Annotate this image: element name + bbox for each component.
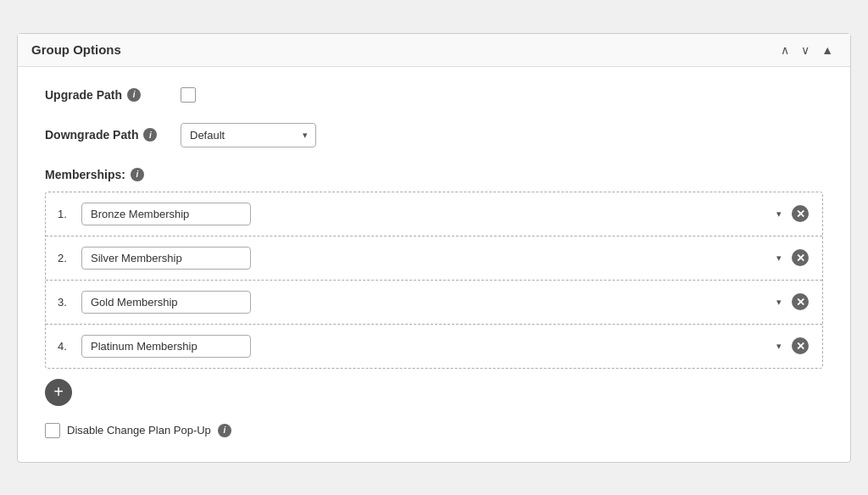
downgrade-path-row: Downgrade Path i Default Custom None ▾ (45, 123, 823, 147)
memberships-info-icon[interactable]: i (131, 168, 144, 181)
memberships-section: Memberships: i 1. Bronze Membership Silv… (45, 168, 823, 406)
membership-select-wrapper: Bronze Membership Silver Membership Gold… (81, 247, 790, 270)
remove-icon: ✕ (792, 293, 809, 310)
chevron-down-button[interactable]: ∨ (798, 42, 813, 58)
memberships-list: 1. Bronze Membership Silver Membership G… (45, 192, 823, 369)
membership-select-2[interactable]: Bronze Membership Silver Membership Gold… (81, 247, 251, 270)
upgrade-path-info-icon[interactable]: i (127, 88, 141, 102)
upgrade-path-checkbox[interactable] (181, 87, 196, 103)
memberships-label: Memberships: i (45, 168, 823, 181)
membership-arrow-icon: ▾ (776, 341, 782, 352)
remove-membership-2-button[interactable]: ✕ (790, 248, 810, 268)
panel-header: Group Options ∧ ∨ ▲ (18, 34, 850, 67)
remove-membership-4-button[interactable]: ✕ (790, 336, 810, 356)
remove-icon: ✕ (792, 205, 809, 222)
membership-item: 3. Bronze Membership Silver Membership G… (46, 281, 822, 325)
membership-select-wrapper: Bronze Membership Silver Membership Gold… (81, 335, 790, 358)
disable-change-label: Disable Change Plan Pop-Up (67, 424, 211, 437)
panel-title: Group Options (31, 42, 121, 57)
membership-select-4[interactable]: Bronze Membership Silver Membership Gold… (81, 335, 251, 358)
disable-change-info-icon[interactable]: i (218, 424, 231, 437)
remove-icon: ✕ (792, 337, 809, 354)
membership-arrow-icon: ▾ (776, 209, 782, 220)
membership-item: 4. Bronze Membership Silver Membership G… (46, 325, 822, 368)
upgrade-path-label: Upgrade Path i (45, 88, 181, 102)
membership-select-wrapper: Bronze Membership Silver Membership Gold… (81, 291, 790, 314)
membership-select-3[interactable]: Bronze Membership Silver Membership Gold… (81, 291, 251, 314)
membership-number: 1. (58, 208, 75, 220)
disable-change-row: Disable Change Plan Pop-Up i (45, 423, 823, 438)
remove-membership-1-button[interactable]: ✕ (790, 203, 810, 224)
group-options-panel: Group Options ∧ ∨ ▲ Upgrade Path i Downg… (17, 33, 851, 463)
membership-arrow-icon: ▾ (776, 253, 782, 264)
membership-item: 1. Bronze Membership Silver Membership G… (46, 192, 822, 236)
membership-item: 2. Bronze Membership Silver Membership G… (46, 236, 822, 281)
downgrade-path-info-icon[interactable]: i (143, 128, 157, 142)
membership-number: 4. (58, 340, 75, 353)
membership-number: 2. (58, 252, 75, 264)
downgrade-path-select-wrapper: Default Custom None ▾ (181, 123, 316, 147)
panel-header-controls: ∧ ∨ ▲ (777, 42, 837, 58)
membership-number: 3. (58, 296, 75, 309)
panel-body: Upgrade Path i Downgrade Path i Default … (18, 67, 850, 462)
remove-membership-3-button[interactable]: ✕ (790, 292, 810, 312)
downgrade-path-select[interactable]: Default Custom None (181, 123, 316, 147)
add-icon: + (53, 382, 64, 402)
remove-icon: ✕ (792, 249, 809, 266)
membership-select-1[interactable]: Bronze Membership Silver Membership Gold… (81, 203, 251, 225)
collapse-button[interactable]: ▲ (818, 42, 837, 58)
chevron-up-button[interactable]: ∧ (777, 42, 793, 58)
membership-arrow-icon: ▾ (776, 297, 782, 308)
disable-change-checkbox[interactable] (45, 423, 60, 438)
upgrade-path-row: Upgrade Path i (45, 87, 823, 103)
add-membership-button[interactable]: + (45, 379, 72, 406)
membership-select-wrapper: Bronze Membership Silver Membership Gold… (81, 203, 790, 225)
downgrade-path-label: Downgrade Path i (45, 128, 181, 142)
